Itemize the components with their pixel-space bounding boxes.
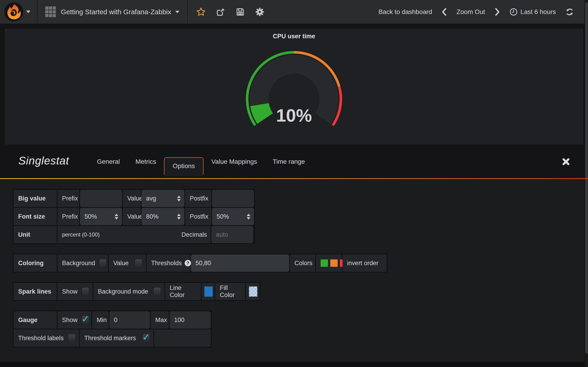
gauge-show-checkbox[interactable]: ✓: [82, 316, 89, 324]
empty-cell: [154, 329, 211, 347]
font-postfix-label: Postfix: [185, 208, 211, 225]
unit-value-cell: percent (0-100) Decimals: [57, 226, 211, 243]
panel-title[interactable]: CPU user time: [5, 29, 583, 40]
select-arrows-icon: [247, 214, 250, 219]
scrollbar-thumb[interactable]: [585, 2, 588, 354]
grafana-logo-menu[interactable]: [0, 0, 37, 24]
panel-editor-header: Singlestat General Metrics Options Value…: [0, 145, 588, 179]
max-input[interactable]: [174, 317, 207, 324]
value-function-current: avg: [146, 195, 156, 202]
thresholds-input[interactable]: [195, 260, 285, 267]
zoom-out-button[interactable]: Zoom Out: [456, 8, 485, 16]
threshold-markers-checkbox[interactable]: ✓: [142, 334, 150, 342]
background-checkbox[interactable]: ✓: [99, 259, 107, 267]
gauge-options-table: Gauge Show ✓ Min Max Threshold labels ✓ …: [13, 311, 212, 348]
dashboard-grid-icon: [45, 6, 57, 18]
dashboard-title: Getting Started with Grafana-Zabbix: [61, 8, 171, 16]
big-value-label: Big value: [14, 190, 57, 207]
postfix-input-cell: [212, 190, 254, 207]
prefix-size-current: 50%: [85, 213, 97, 220]
tab-options[interactable]: Options: [164, 157, 204, 175]
unit-row: Unit percent (0-100) Decimals: [14, 226, 254, 243]
gauge-chart: 10%: [240, 48, 348, 140]
orange-color-swatch[interactable]: [330, 259, 338, 267]
show-label: Show: [62, 288, 78, 295]
spark-lines-table: Spark lines Show ✓ Background mode ✓ Lin…: [13, 282, 260, 301]
help-icon[interactable]: ?: [185, 260, 191, 266]
singlestat-panel[interactable]: CPU user time 10%: [5, 29, 583, 144]
fill-color-cell: [246, 283, 259, 300]
sparkline-show-cell: Show ✓: [57, 283, 93, 300]
line-color-swatch[interactable]: [204, 286, 213, 297]
coloring-background-cell: Background ✓: [57, 254, 108, 272]
green-color-swatch[interactable]: [321, 259, 328, 267]
value-label: Value: [123, 190, 141, 207]
chevron-right-icon[interactable]: [494, 8, 500, 16]
invert-order-button[interactable]: invert order: [342, 254, 387, 272]
options-editor: Big value Prefix Value avg Postfix Font …: [0, 179, 588, 362]
time-picker-button[interactable]: Last 6 hours: [510, 8, 556, 16]
threshold-markers-label: Threshold markers: [84, 335, 136, 342]
fill-color-overlay: [249, 286, 257, 297]
svg-text:10%: 10%: [276, 105, 312, 125]
value-size-current: 80%: [146, 213, 158, 220]
logo-dropdown-caret: [26, 10, 30, 13]
clock-icon: [510, 8, 518, 16]
title-dropdown-caret: [175, 11, 179, 13]
max-input-cell: [170, 311, 211, 329]
postfix-input[interactable]: [216, 195, 250, 202]
tab-time-range[interactable]: Time range: [265, 158, 313, 165]
editor-tabs: General Metrics Options Value Mappings T…: [89, 145, 313, 179]
threshold-options-row: Threshold labels ✓ Threshold markers ✓: [14, 329, 211, 347]
tab-value-mappings[interactable]: Value Mappings: [204, 158, 265, 165]
top-navbar: Getting Started with Grafana-Zabbix: [0, 0, 588, 24]
dashboard-title-menu[interactable]: Getting Started with Grafana-Zabbix: [37, 0, 188, 24]
background-label: Background: [62, 260, 95, 267]
postfix-label: Postfix: [185, 190, 211, 207]
line-color-cell: [202, 283, 215, 300]
value-coloring-checkbox[interactable]: ✓: [135, 259, 142, 267]
fill-color-swatch[interactable]: [249, 286, 257, 297]
value-size-select[interactable]: 80%: [141, 208, 184, 225]
back-to-dashboard-button[interactable]: Back to dashboard: [379, 8, 432, 16]
value-function-select[interactable]: avg: [141, 190, 184, 207]
min-label: Min: [92, 311, 109, 329]
decimals-input[interactable]: [216, 231, 250, 238]
thresholds-label: Thresholds: [151, 260, 182, 267]
decimals-input-cell: [211, 226, 253, 243]
page-bottom-strip: [0, 362, 588, 367]
share-icon[interactable]: [216, 7, 226, 17]
background-mode-checkbox[interactable]: ✓: [153, 287, 161, 296]
unit-dropdown[interactable]: percent (0-100): [62, 232, 100, 238]
postfix-size-select[interactable]: 50%: [212, 208, 254, 225]
refresh-icon[interactable]: [565, 7, 574, 17]
tab-general[interactable]: General: [89, 158, 128, 165]
min-input-cell: [109, 311, 150, 329]
threshold-labels-cell: Threshold labels ✓: [14, 329, 79, 347]
vertical-scrollbar[interactable]: [585, 0, 588, 367]
save-icon[interactable]: [235, 7, 245, 17]
gear-icon[interactable]: [255, 7, 265, 17]
select-arrows-icon: [177, 214, 181, 219]
prefix-label: Prefix: [57, 190, 79, 207]
star-icon[interactable]: [196, 7, 206, 17]
grafana-logo-icon: [4, 2, 24, 22]
spark-lines-label: Spark lines: [14, 283, 57, 300]
close-icon[interactable]: [562, 158, 570, 167]
select-arrows-icon: [115, 214, 118, 219]
sparkline-show-checkbox[interactable]: ✓: [82, 287, 89, 296]
fill-color-label: Fill Color: [215, 283, 245, 300]
prefix-input[interactable]: [85, 195, 118, 202]
prefix-size-select[interactable]: 50%: [80, 208, 122, 225]
value-options-table: Big value Prefix Value avg Postfix Font …: [13, 189, 255, 244]
max-label: Max: [151, 311, 169, 329]
coloring-value-label: Value: [113, 260, 129, 267]
spark-lines-row: Spark lines Show ✓ Background mode ✓ Lin…: [14, 283, 259, 300]
chevron-left-icon[interactable]: [441, 8, 447, 16]
gauge-label: Gauge: [14, 311, 57, 329]
panel-type-title: Singlestat: [18, 154, 69, 167]
check-icon: ✓: [82, 313, 90, 325]
threshold-labels-checkbox[interactable]: ✓: [68, 334, 75, 342]
min-input[interactable]: [114, 317, 146, 324]
tab-metrics[interactable]: Metrics: [128, 158, 164, 165]
